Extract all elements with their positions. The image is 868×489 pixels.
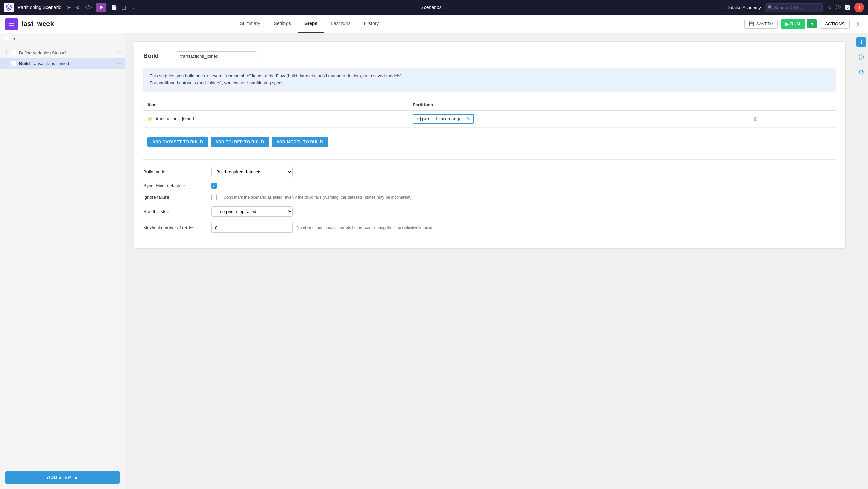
run-dropdown-button[interactable]: ▼ bbox=[807, 19, 817, 28]
search-icon: 🔍 bbox=[768, 5, 773, 10]
build-mode-row: Build mode Build required datasets Build… bbox=[143, 167, 836, 177]
step1-number: Step #1 bbox=[52, 50, 67, 55]
col-item: Item bbox=[143, 100, 409, 111]
step1-menu-icon[interactable]: ⋯ bbox=[116, 50, 121, 55]
scenario-name: last_week bbox=[22, 20, 54, 28]
save-icon: 💾 bbox=[749, 21, 754, 26]
tab-last-runs[interactable]: Last runs bbox=[324, 15, 357, 33]
sidebar-item-define-variables[interactable]: ⋮ Define variables Step #1 ⋯ bbox=[0, 47, 125, 58]
delete-row-icon[interactable]: 🗑 bbox=[751, 116, 761, 121]
dataset-name: transactions_joined bbox=[156, 116, 194, 121]
play-button[interactable] bbox=[96, 3, 106, 12]
table-cell-name: 📁 transactions_joined bbox=[143, 110, 409, 127]
max-retries-input[interactable] bbox=[211, 223, 293, 233]
add-step-label: ADD STEP bbox=[47, 475, 71, 480]
app-title: Partitioning Scenario bbox=[18, 5, 61, 10]
step2-type: Build bbox=[19, 61, 30, 66]
item-checkbox-2[interactable] bbox=[11, 61, 16, 66]
add-model-button[interactable]: ADD MODEL TO BUILD bbox=[272, 137, 328, 147]
items-table: Item Partitions 📁 transactions_joined bbox=[143, 100, 836, 128]
action-buttons: ADD DATASET TO BUILD ADD FOLDER TO BUILD… bbox=[143, 134, 836, 153]
analytics-icon[interactable]: 📈 bbox=[845, 5, 850, 10]
info-box: This step lets you build one or several … bbox=[143, 68, 836, 92]
ignore-failure-wrapper: Don't mark the scenario as failed, even … bbox=[211, 195, 412, 200]
panel-btn-add[interactable] bbox=[856, 37, 866, 47]
apps-grid-icon[interactable]: ⁜ bbox=[827, 4, 832, 11]
step2-menu-icon[interactable]: ⋯ bbox=[116, 61, 121, 66]
step2-label: Build transactions_joined bbox=[19, 61, 114, 66]
nav-tabs: Summary Settings Steps Last runs History bbox=[233, 15, 386, 33]
dataiku-label: Dataiku Academy bbox=[727, 5, 761, 10]
sidebar-toolbar: ▼ bbox=[0, 33, 125, 44]
divider bbox=[143, 159, 836, 160]
table-cell-delete: 🗑 bbox=[747, 110, 836, 127]
app-logo[interactable] bbox=[4, 3, 14, 12]
select-caret-icon[interactable]: ▼ bbox=[12, 36, 16, 41]
drag-handle-icon-2: ⋮ bbox=[4, 61, 8, 66]
step1-type: Define variables bbox=[19, 50, 51, 55]
ignore-failure-row: Ignore failure Don't mark the scenario a… bbox=[143, 195, 836, 200]
ignore-failure-checkbox[interactable] bbox=[211, 195, 217, 200]
run-step-row: Run this step If no prior step failed Al… bbox=[143, 206, 836, 217]
search-container: 🔍 bbox=[765, 3, 823, 12]
panel-toggle-button[interactable]: ❯ bbox=[852, 19, 863, 29]
database-icon[interactable]: 📄 bbox=[111, 5, 117, 10]
topbar-icons: ➤ ⚙ </> 📄 ◫ … bbox=[67, 3, 136, 12]
run-button[interactable]: ▶ RUN bbox=[781, 19, 805, 29]
sidebar: ▼ ⋮ Define variables Step #1 ⋯ ⋮ Build t… bbox=[0, 33, 125, 489]
save-button[interactable]: 💾 SAVED ! bbox=[744, 19, 777, 29]
tab-history[interactable]: History bbox=[357, 15, 386, 33]
drag-handle-icon: ⋮ bbox=[4, 50, 8, 55]
run-step-label: Run this step bbox=[143, 209, 211, 214]
sidebar-footer: ADD STEP ▲ bbox=[0, 466, 125, 489]
right-panel: i bbox=[854, 33, 868, 489]
svg-text:i: i bbox=[861, 56, 862, 59]
settings-icon[interactable]: ⚙ bbox=[76, 5, 80, 10]
avatar[interactable]: T bbox=[854, 3, 864, 12]
sync-hive-label: Sync. Hive metastore bbox=[143, 183, 211, 188]
add-folder-button[interactable]: ADD FOLDER TO BUILD bbox=[211, 137, 269, 147]
max-retries-row: Maximal number of retries Number of addi… bbox=[143, 223, 836, 233]
tab-summary[interactable]: Summary bbox=[233, 15, 267, 33]
save-label: SAVED ! bbox=[756, 21, 773, 26]
run-step-select[interactable]: If no prior step failed Always Never bbox=[211, 206, 293, 217]
build-name-input[interactable] bbox=[176, 51, 257, 61]
build-mode-select[interactable]: Build required datasets Build only this … bbox=[211, 167, 293, 177]
build-label: Build bbox=[143, 53, 171, 60]
info-line1: This step lets you build one or several … bbox=[150, 73, 830, 80]
more-icon[interactable]: … bbox=[131, 5, 136, 10]
panel-btn-sync[interactable] bbox=[856, 67, 866, 77]
panel-btn-info[interactable]: i bbox=[856, 52, 866, 62]
help-icon[interactable]: ⓘ bbox=[836, 4, 841, 11]
main-layout: ▼ ⋮ Define variables Step #1 ⋯ ⋮ Build t… bbox=[0, 33, 868, 489]
content-area: Build This step lets you build one or se… bbox=[125, 33, 854, 489]
item-checkbox-1[interactable] bbox=[11, 50, 16, 55]
sync-hive-row: Sync. Hive metastore bbox=[143, 183, 836, 189]
arrow-right-icon[interactable]: ➤ bbox=[67, 5, 71, 10]
step1-label: Define variables Step #1 bbox=[19, 50, 114, 55]
add-step-button[interactable]: ADD STEP ▲ bbox=[5, 471, 120, 484]
table-cell-partition: ${partition_range} ✎ bbox=[409, 110, 747, 127]
col-partitions: Partitions bbox=[409, 100, 747, 111]
partition-input-wrapper[interactable]: ${partition_range} ✎ bbox=[413, 114, 474, 124]
search-input[interactable] bbox=[765, 3, 823, 12]
add-step-caret-icon: ▲ bbox=[74, 475, 78, 480]
tab-settings[interactable]: Settings bbox=[267, 15, 298, 33]
sidebar-item-build[interactable]: ⋮ Build transactions_joined ⋯ bbox=[0, 58, 125, 69]
actions-button[interactable]: ACTIONS bbox=[820, 19, 850, 29]
tab-steps[interactable]: Steps bbox=[298, 15, 324, 33]
table-row: 📁 transactions_joined ${partition_range}… bbox=[143, 110, 836, 127]
secondbar: ☰ last_week Summary Settings Steps Last … bbox=[0, 15, 868, 33]
ignore-failure-label: Ignore failure bbox=[143, 195, 211, 200]
grid-icon[interactable]: ◫ bbox=[122, 5, 126, 10]
select-all-checkbox[interactable] bbox=[4, 36, 9, 41]
partition-value: ${partition_range} bbox=[417, 116, 465, 121]
ignore-failure-hint: Don't mark the scenario as failed, even … bbox=[223, 195, 412, 200]
run-label: RUN bbox=[790, 21, 800, 26]
menu-icon[interactable]: ☰ bbox=[5, 18, 18, 30]
sync-hive-checkbox[interactable] bbox=[211, 183, 217, 189]
partition-edit-icon[interactable]: ✎ bbox=[467, 116, 470, 121]
max-retries-label: Maximal number of retries bbox=[143, 225, 211, 230]
code-icon[interactable]: </> bbox=[85, 5, 92, 10]
add-dataset-button[interactable]: ADD DATASET TO BUILD bbox=[147, 137, 208, 147]
